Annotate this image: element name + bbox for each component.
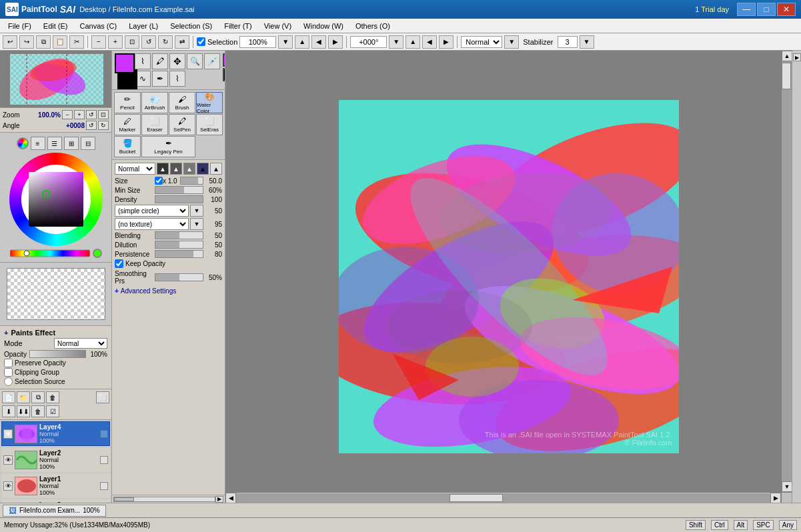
layer-eye[interactable]: 👁 — [3, 455, 13, 465]
right-arrow-btn[interactable]: ▶ — [793, 53, 801, 61]
shape-select[interactable]: (simple circle) — [115, 205, 189, 217]
size-checkbox[interactable] — [155, 177, 163, 185]
seleras-tool[interactable]: ⬜ SelEras — [196, 114, 223, 135]
zoom-input[interactable] — [239, 36, 276, 48]
menu-view[interactable]: View (V) — [259, 21, 297, 31]
layer-item[interactable]: 👁 Layer3 Normal 100% — [1, 499, 110, 503]
zoom-down[interactable]: ▼ — [278, 35, 293, 49]
angle-minus-btn[interactable]: ↺ — [86, 121, 97, 130]
density-slider[interactable] — [155, 195, 203, 203]
scroll-up-arrow[interactable]: ▲ — [782, 51, 792, 61]
shape-dropdown-btn[interactable]: ▼ — [190, 205, 203, 217]
brush-tool[interactable]: 🖌 Brush — [169, 92, 195, 113]
maximize-button[interactable]: □ — [757, 3, 776, 16]
selection-source-radio[interactable] — [4, 377, 13, 386]
watercolor-tool[interactable]: 🎨 Water Color — [196, 92, 223, 113]
stabilizer-input[interactable] — [558, 36, 578, 48]
scroll-track-right[interactable] — [782, 61, 792, 481]
color-grid2-btn[interactable]: ⊟ — [81, 137, 95, 150]
scroll-right-arrow[interactable]: ▶ — [770, 493, 781, 503]
tb-cut[interactable]: ✂ — [69, 35, 84, 49]
tools-scrollbar[interactable] — [113, 497, 215, 502]
rot-btn2[interactable]: ▶ — [439, 35, 454, 49]
tb-paste[interactable]: 📋 — [53, 35, 67, 49]
marker-tool[interactable]: 🖊 Marker — [114, 114, 141, 135]
texture-dropdown-btn[interactable]: ▼ — [190, 218, 203, 230]
stab-btn[interactable]: ▼ — [580, 35, 594, 49]
airbrush-tool[interactable]: 💨 AirBrush — [141, 92, 168, 113]
layer-delete-btn[interactable]: 🗑 — [46, 391, 59, 403]
smudge-tool[interactable]: ⌇ — [169, 71, 185, 87]
zoom-minus-btn[interactable]: − — [62, 110, 73, 119]
minimize-button[interactable]: — — [737, 3, 756, 16]
shape-btn4[interactable]: ▲ — [197, 163, 209, 175]
smoothing-slider[interactable] — [155, 273, 203, 281]
zoom-plus-btn[interactable]: + — [74, 110, 85, 119]
menu-canvas[interactable]: Canvas (C) — [75, 21, 123, 31]
blending-slider[interactable] — [155, 231, 203, 239]
blend-down[interactable]: ▼ — [504, 35, 519, 49]
tb-rotate-cw[interactable]: ↻ — [158, 35, 173, 49]
advanced-settings-btn[interactable]: + Advanced Settings — [115, 287, 222, 295]
brush-mode-select[interactable]: Normal Multiply — [115, 163, 155, 175]
menu-others[interactable]: Others (O) — [350, 21, 395, 31]
pencil-tool[interactable]: ✏ Pencil — [114, 92, 141, 113]
selection-checkbox[interactable] — [197, 37, 205, 46]
min-size-slider[interactable] — [155, 186, 203, 194]
canvas-content[interactable]: This is an .SAI file open in SYSTEMAX Pa… — [339, 100, 679, 453]
layer-merge-btn[interactable]: ⬇ — [2, 405, 15, 417]
menu-layer[interactable]: Layer (L) — [123, 21, 163, 31]
color-list-btn[interactable]: ≡ — [31, 137, 45, 150]
menu-edit[interactable]: Edit (E) — [38, 21, 73, 31]
scroll-thumb-right[interactable] — [782, 63, 791, 89]
tb-undo[interactable]: ↩ — [3, 35, 17, 49]
shape-btn2[interactable]: ▲ — [170, 163, 182, 175]
layer-eye[interactable]: 👁 — [3, 481, 13, 491]
color-dot[interactable] — [93, 249, 102, 258]
scroll-track-bottom[interactable] — [236, 493, 770, 503]
layer-item[interactable]: 👁 Layer4 Normal 100% — [1, 421, 110, 446]
eyedropper-tool[interactable]: 🖍 — [152, 53, 168, 69]
tb-zoom-in[interactable]: + — [108, 35, 123, 49]
menu-file[interactable]: File (F) — [3, 21, 37, 31]
any-key[interactable]: Any — [779, 520, 797, 530]
layer-copy-btn[interactable]: ⧉ — [31, 391, 45, 403]
layer-item[interactable]: 👁 Layer2 Normal 100% — [1, 447, 110, 472]
tb-rotate-ccw[interactable]: ↺ — [141, 35, 156, 49]
new-layer-btn[interactable]: 📄 — [2, 391, 15, 403]
color-list2-btn[interactable]: ☰ — [47, 137, 62, 150]
tb-btn2[interactable]: ▶ — [328, 35, 343, 49]
legacy-pen-tool[interactable]: ✒ Legacy Pen — [141, 136, 195, 157]
tools-scroll-right[interactable]: ▶ — [215, 496, 223, 503]
rotation-input[interactable] — [350, 36, 387, 48]
layer-edit-btn[interactable] — [100, 456, 108, 464]
tb-zoom-out[interactable]: − — [91, 35, 106, 49]
layer-select-btn[interactable]: ☑ — [46, 405, 59, 417]
texture-select[interactable]: (no texture) — [115, 218, 189, 230]
foreground-color[interactable] — [115, 53, 135, 73]
scroll-up-btn[interactable]: ▲ — [210, 163, 222, 175]
rot-up[interactable]: ▲ — [406, 35, 420, 49]
layer-edit-btn[interactable] — [100, 430, 108, 438]
rot-btn1[interactable]: ◀ — [422, 35, 437, 49]
mode-select[interactable]: Normal Multiply Screen — [54, 338, 107, 349]
zoom-canvas-tool[interactable]: 🔍 — [187, 53, 203, 69]
layer-clear-btn[interactable]: 🗑 — [31, 405, 45, 417]
scroll-down-arrow[interactable]: ▼ — [782, 481, 792, 492]
eyedrop2-tool[interactable]: 💉 — [204, 53, 220, 69]
tb-copy[interactable]: ⧉ — [36, 35, 51, 49]
eraser-tool[interactable]: ⬜ Eraser — [141, 114, 168, 135]
shift-key[interactable]: Shift — [686, 520, 706, 530]
menu-filter[interactable]: Filter (T) — [219, 21, 257, 31]
bucket-tool[interactable]: 🪣 Bucket — [114, 136, 141, 157]
scroll-thumb-bottom[interactable] — [450, 494, 503, 502]
painting-canvas[interactable] — [339, 100, 679, 453]
layer-settings-btn[interactable]: ⬜ — [96, 391, 109, 403]
menu-window[interactable]: Window (W) — [298, 21, 349, 31]
shape-btn1[interactable]: ▲ — [157, 163, 169, 175]
tb-btn1[interactable]: ◀ — [311, 35, 326, 49]
color-grid-btn[interactable]: ⊞ — [64, 137, 79, 150]
shape-btn3[interactable]: ▲ — [183, 163, 195, 175]
zoom-up[interactable]: ▲ — [295, 35, 309, 49]
layer-eye[interactable]: 👁 — [3, 429, 13, 439]
